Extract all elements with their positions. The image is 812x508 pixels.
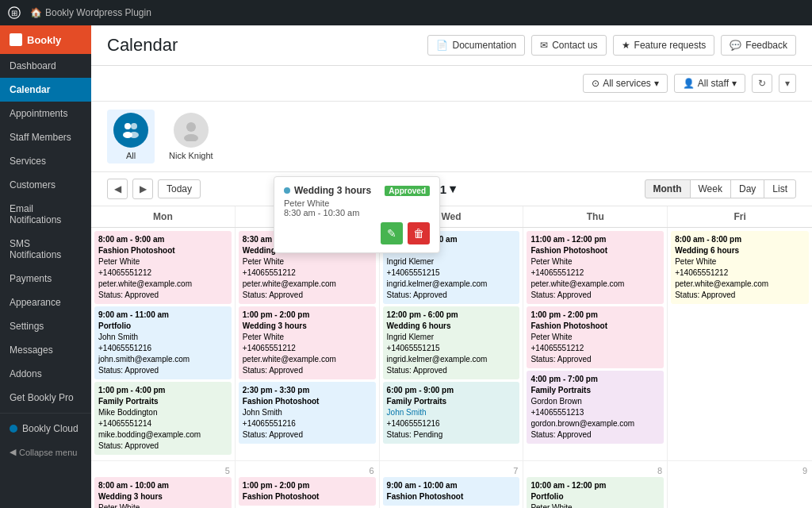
svg-point-3 — [131, 123, 137, 129]
popup-delete-button[interactable]: 🗑 — [408, 222, 430, 244]
feedback-icon: 💬 — [730, 40, 741, 51]
sidebar-item-calendar[interactable]: Calendar — [0, 78, 91, 102]
documentation-button[interactable]: 📄 Documentation — [427, 35, 525, 56]
documentation-icon: 📄 — [436, 40, 448, 51]
list-item[interactable]: 2:30 pm - 3:30 pm Fashion Photoshoot Joh… — [239, 382, 376, 444]
feature-requests-button[interactable]: ★ Feature requests — [613, 35, 715, 56]
sidebar-item-settings[interactable]: Settings — [0, 314, 91, 338]
sidebar-item-payments[interactable]: Payments — [0, 267, 91, 291]
chevron-down-icon: ▾ — [654, 78, 659, 89]
collapse-menu-btn[interactable]: ◀ Collapse menu — [0, 441, 91, 464]
page-title: Calendar — [107, 35, 178, 56]
popup-edit-button[interactable]: ✎ — [381, 222, 403, 244]
sidebar-item-staff-members[interactable]: Staff Members — [0, 125, 91, 149]
services-icon: ⊙ — [592, 78, 599, 89]
staff-selector: All Nick Knight — [91, 102, 812, 172]
sidebar-item-messages[interactable]: Messages — [0, 338, 91, 362]
sidebar-item-services[interactable]: Services — [0, 149, 91, 173]
sidebar-item-sms-notifications[interactable]: SMS Notifications — [0, 232, 91, 267]
list-view-button[interactable]: List — [764, 179, 796, 198]
list-item[interactable]: 8:00 am - 8:00 pm Wedding 6 hours Peter … — [671, 231, 809, 304]
feature-label: Feature requests — [634, 40, 707, 51]
list-item[interactable]: 1:00 pm - 2:00 pm Fashion Photoshoot — [239, 477, 376, 506]
sidebar-item-customers[interactable]: Customers — [0, 173, 91, 197]
popup-person: Peter White — [284, 198, 430, 208]
staff-all-card[interactable]: All — [107, 110, 155, 164]
popup-actions: ✎ 🗑 — [284, 222, 430, 244]
contact-us-button[interactable]: ✉ Contact us — [531, 35, 606, 56]
list-item[interactable]: 10:00 am - 12:00 pm Portfolio Peter Whit… — [527, 477, 664, 508]
popup-title-row: Wedding 3 hours Approved — [284, 185, 430, 196]
sidebar-brand[interactable]: Bookly — [0, 25, 91, 54]
calendar-toolbar: ⊙ All services ▾ 👤 All staff ▾ ↻ ▾ — [91, 66, 812, 102]
cell-wed-2: 7 9:00 am - 10:00 am Fashion Photoshoot — [380, 461, 524, 508]
admin-top-bar: ⊞ 🏠 Bookly Wordpress Plugin — [0, 0, 812, 25]
popup-event-title: Wedding 3 hours — [294, 185, 371, 196]
sidebar-item-appointments[interactable]: Appointments — [0, 102, 91, 125]
calendar-row-1: 8:00 am - 9:00 am Fashion Photoshoot Pet… — [91, 228, 812, 461]
list-item[interactable]: 9:00 am - 11:00 am Portfolio John Smith … — [94, 306, 232, 379]
list-item[interactable]: 4:00 pm - 7:00 pm Family Portraits Gordo… — [527, 371, 664, 444]
event-popup: Wedding 3 hours Approved Peter White 8:3… — [274, 176, 440, 253]
sidebar-item-appearance[interactable]: Appearance — [0, 291, 91, 314]
list-item[interactable]: 9:00 am - 10:00 am Fashion Photoshoot — [383, 477, 520, 506]
svg-point-7 — [184, 134, 198, 141]
sidebar-cloud[interactable]: Bookly Cloud — [0, 417, 91, 441]
collapse-label: Collapse menu — [19, 448, 77, 457]
sidebar-item-addons[interactable]: Addons — [0, 362, 91, 386]
cell-fri-1: 8:00 am - 8:00 pm Wedding 6 hours Peter … — [668, 228, 812, 461]
site-name[interactable]: 🏠 Bookly Wordpress Plugin — [30, 7, 151, 18]
more-icon: ▾ — [785, 78, 790, 89]
calendar-nav: ◀ ▶ Today Wedding 3 hours Approved Peter… — [91, 172, 812, 206]
staff-icon: 👤 — [683, 78, 695, 89]
contact-label: Contact us — [552, 40, 597, 51]
brand-icon — [10, 33, 22, 46]
sidebar-item-get-pro[interactable]: Get Bookly Pro — [0, 386, 91, 410]
page-header: Calendar 📄 Documentation ✉ Contact us ★ … — [91, 25, 812, 66]
popup-status-badge: Approved — [385, 186, 430, 196]
brand-label: Bookly — [27, 34, 61, 46]
month-view-button[interactable]: Month — [645, 179, 691, 198]
cell-thu-2: 8 10:00 am - 12:00 pm Portfolio Peter Wh… — [523, 461, 668, 508]
documentation-label: Documentation — [452, 40, 516, 51]
list-item[interactable]: 1:00 pm - 4:00 pm Family Portraits Mike … — [94, 382, 232, 455]
staff-nick-avatar — [174, 113, 209, 148]
list-item[interactable]: 1:00 pm - 2:00 pm Wedding 3 hours Peter … — [239, 306, 376, 379]
refresh-button[interactable]: ↻ — [752, 74, 772, 93]
sidebar-divider — [0, 413, 91, 414]
sidebar-item-dashboard[interactable]: Dashboard — [0, 54, 91, 78]
contact-icon: ✉ — [540, 40, 548, 51]
more-options-button[interactable]: ▾ — [779, 74, 796, 93]
calendar-row-2: 5 8:00 am - 10:00 am Wedding 3 hours Pet… — [91, 461, 812, 508]
cell-thu-1: 11:00 am - 12:00 pm Fashion Photoshoot P… — [523, 228, 668, 461]
next-month-button[interactable]: ▶ — [132, 179, 153, 199]
today-button[interactable]: Today — [158, 179, 201, 198]
list-item[interactable]: 11:00 am - 12:00 pm Fashion Photoshoot P… — [527, 231, 664, 304]
all-services-dropdown[interactable]: ⊙ All services ▾ — [583, 74, 668, 93]
list-item[interactable]: 1:00 pm - 2:00 pm Fashion Photoshoot Pet… — [527, 306, 664, 368]
header-fri: Fri — [668, 206, 812, 227]
staff-nick-card[interactable]: Nick Knight — [163, 110, 220, 164]
calendar-grid: Mon Tue Wed Thu Fri 8:00 am - 9:00 am Fa… — [91, 206, 812, 508]
nav-controls: ◀ ▶ Today — [107, 179, 201, 199]
header-buttons: 📄 Documentation ✉ Contact us ★ Feature r… — [427, 35, 796, 56]
staff-chevron-icon: ▾ — [732, 78, 737, 89]
list-item[interactable]: 12:00 pm - 6:00 pm Wedding 6 hours Ingri… — [383, 306, 520, 379]
all-staff-dropdown[interactable]: 👤 All staff ▾ — [674, 74, 745, 93]
svg-point-5 — [129, 132, 139, 138]
feedback-label: Feedback — [745, 40, 787, 51]
list-item[interactable]: 6:00 pm - 9:00 pm Family Portraits John … — [383, 382, 520, 444]
list-item[interactable]: 8:00 am - 10:00 am Wedding 3 hours Peter… — [94, 477, 232, 508]
list-item[interactable]: 8:00 am - 9:00 am Fashion Photoshoot Pet… — [94, 231, 232, 304]
header-mon: Mon — [91, 206, 236, 227]
popup-time: 8:30 am - 10:30 am — [284, 208, 430, 217]
staff-all-label: All — [126, 151, 136, 160]
collapse-icon: ◀ — [10, 447, 16, 457]
feedback-button[interactable]: 💬 Feedback — [721, 35, 796, 56]
sidebar-item-email-notifications[interactable]: Email Notifications — [0, 197, 91, 232]
cell-mon-2: 5 8:00 am - 10:00 am Wedding 3 hours Pet… — [91, 461, 236, 508]
week-view-button[interactable]: Week — [690, 179, 731, 198]
day-view-button[interactable]: Day — [730, 179, 764, 198]
svg-point-2 — [124, 123, 131, 129]
prev-month-button[interactable]: ◀ — [107, 179, 128, 199]
